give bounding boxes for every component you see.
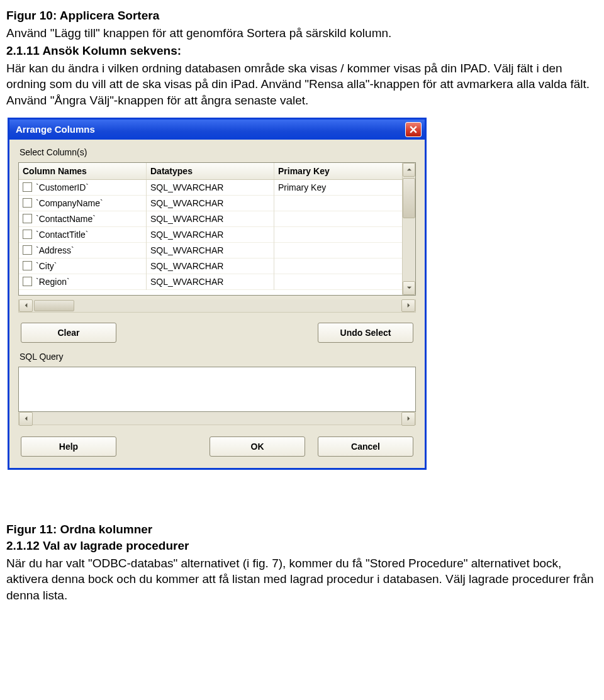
scroll-down-button[interactable] <box>403 281 415 295</box>
select-columns-label: Select Column(s) <box>20 147 416 157</box>
header-primary-key[interactable]: Primary Key <box>274 163 402 179</box>
clear-button[interactable]: Clear <box>21 323 116 343</box>
row-checkbox[interactable] <box>23 261 32 270</box>
column-name: `City` <box>36 261 57 271</box>
row-checkbox[interactable] <box>23 214 32 223</box>
close-icon <box>410 126 417 133</box>
hscroll-thumb[interactable] <box>34 300 74 311</box>
paragraph-1: Använd "Lägg till" knappen för att genom… <box>6 25 598 42</box>
ok-button[interactable]: OK <box>210 436 305 457</box>
column-name: `Address` <box>36 245 74 255</box>
dialog-title: Arrange Columns <box>9 124 405 135</box>
chevron-left-icon <box>23 303 29 308</box>
table-row[interactable]: `ContactTitle`SQL_WVARCHAR <box>19 227 402 243</box>
column-primary-key: Primary Key <box>274 180 402 196</box>
table-row[interactable]: `Address`SQL_WVARCHAR <box>19 243 402 258</box>
column-primary-key <box>274 231 402 238</box>
chevron-left-icon <box>23 416 29 421</box>
paragraph-3: När du har valt "ODBC-databas" alternati… <box>6 555 598 604</box>
chevron-right-icon <box>406 303 411 308</box>
row-checkbox[interactable] <box>23 198 32 208</box>
column-name: `CustomerID` <box>36 182 89 192</box>
horizontal-scrollbar[interactable] <box>18 299 416 313</box>
scroll-thumb[interactable] <box>403 178 415 218</box>
close-button[interactable] <box>405 122 422 137</box>
column-name: `Region` <box>36 277 70 287</box>
column-datatype: SQL_WVARCHAR <box>147 274 274 290</box>
row-checkbox[interactable] <box>23 245 32 255</box>
column-primary-key <box>274 200 402 206</box>
columns-grid: Column Names Datatypes Primary Key `Cust… <box>18 162 416 296</box>
table-row[interactable]: `Region`SQL_WVARCHAR <box>19 274 402 290</box>
column-primary-key <box>274 216 402 222</box>
column-datatype: SQL_WVARCHAR <box>147 180 274 196</box>
grid-header: Column Names Datatypes Primary Key <box>19 163 402 180</box>
table-row[interactable]: `CompanyName`SQL_WVARCHAR <box>19 196 402 211</box>
scroll-right-button[interactable] <box>401 299 415 312</box>
table-row[interactable]: `ContactName`SQL_WVARCHAR <box>19 211 402 227</box>
figure11-title: Figur 11: Ordna kolumner <box>6 523 598 536</box>
table-row[interactable]: `City`SQL_WVARCHAR <box>19 258 402 274</box>
sql-scroll-right-button[interactable] <box>401 412 415 426</box>
help-button[interactable]: Help <box>21 436 116 457</box>
header-column-names[interactable]: Column Names <box>19 163 147 179</box>
scroll-up-button[interactable] <box>403 163 415 177</box>
header-datatypes[interactable]: Datatypes <box>147 163 274 179</box>
sql-query-label: SQL Query <box>20 352 416 362</box>
column-datatype: SQL_WVARCHAR <box>147 195 274 211</box>
section-2-1-12: 2.1.12 Val av lagrade procedurer <box>6 539 598 553</box>
column-datatype: SQL_WVARCHAR <box>147 242 274 258</box>
column-datatype: SQL_WVARCHAR <box>147 211 274 227</box>
row-checkbox[interactable] <box>23 230 32 239</box>
table-row[interactable]: `CustomerID`SQL_WVARCHARPrimary Key <box>19 180 402 196</box>
cancel-button[interactable]: Cancel <box>318 436 413 457</box>
chevron-down-icon <box>406 285 412 291</box>
row-checkbox[interactable] <box>23 182 32 192</box>
chevron-right-icon <box>406 416 411 421</box>
scroll-left-button[interactable] <box>19 299 33 312</box>
sql-horizontal-scrollbar[interactable] <box>18 412 416 425</box>
undo-select-button[interactable]: Undo Select <box>318 323 413 343</box>
sql-scroll-left-button[interactable] <box>19 412 33 426</box>
section-2-1-11: 2.1.11 Ansök Kolumn sekvens: <box>6 44 598 58</box>
figure10-title: Figur 10: Applicera Sortera <box>6 9 598 23</box>
column-primary-key <box>274 247 402 253</box>
dialog-titlebar: Arrange Columns <box>9 119 425 140</box>
column-primary-key <box>274 263 402 269</box>
column-name: `ContactTitle` <box>36 230 89 240</box>
column-name: `CompanyName` <box>36 198 103 208</box>
vertical-scrollbar[interactable] <box>402 163 415 295</box>
column-name: `ContactName` <box>36 214 96 224</box>
column-datatype: SQL_WVARCHAR <box>147 258 274 274</box>
column-datatype: SQL_WVARCHAR <box>147 226 274 243</box>
chevron-up-icon <box>406 167 412 172</box>
row-checkbox[interactable] <box>23 277 32 286</box>
arrange-columns-dialog: Arrange Columns Select Column(s) Column … <box>8 118 427 470</box>
paragraph-2: Här kan du ändra i vilken ordning databa… <box>6 60 598 109</box>
sql-query-textarea[interactable] <box>18 367 416 412</box>
column-primary-key <box>274 279 402 285</box>
